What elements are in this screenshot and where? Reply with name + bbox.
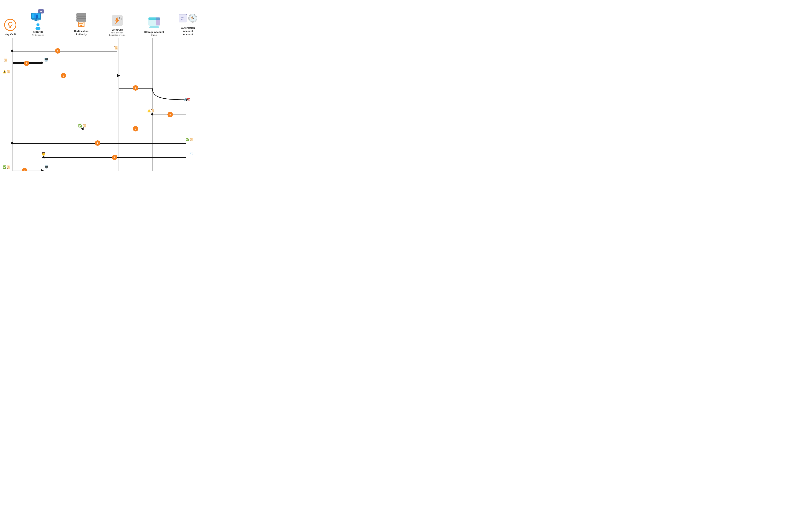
svg-rect-29 [156,17,160,26]
person-icon-8: 🧑 [41,152,46,156]
step-badge-5: 5 [168,112,173,117]
warning-cert-5: ⚠️📜 [147,109,155,113]
arrow-step-5: ⚠️📜 5 [0,111,203,119]
svg-point-15 [35,27,41,30]
arrowhead-6 [81,127,84,130]
actor-server: KV [30,9,46,36]
webhook-icon-4: 🔗⏰ [184,98,190,101]
arrowhead-5 [150,113,153,116]
server-label: SERVER [33,31,43,34]
diagram-container: Key Vault KV [0,0,203,171]
step-badge-8: 8 [112,155,117,160]
server-sublabel: KV Extension [32,34,44,36]
automation-label: Automation Account [177,26,199,33]
cert-auth-label: Certification [74,30,88,33]
svg-point-25 [119,17,120,18]
actor-cert-auth: Certification Authority [74,13,88,36]
svg-rect-18 [76,19,86,22]
cert-icon-2: 📜 [3,58,8,62]
curve-svg-4 [151,85,189,105]
svg-rect-33 [149,26,159,28]
arrowhead-3 [117,74,120,77]
storage-label: Storage Account [144,31,164,34]
server-person-icon [34,23,41,31]
arrow-step-1: 1 📜 [0,47,203,55]
svg-text:KV: KV [40,11,42,13]
svg-point-0 [4,19,16,31]
svg-text:Hook: Hook [181,19,185,20]
svg-rect-3 [9,28,11,28]
event-grid-label: Event Grid [112,28,123,31]
automation-icon: Web Hook [178,12,198,25]
step-badge-1: 1 [55,48,60,54]
actor-event-grid: Event Grid for Certificate Expiration Ev… [109,14,126,36]
svg-point-26 [120,18,122,19]
arrowhead-9 [41,169,44,171]
cert-icon-1: 📜 [114,46,118,50]
arrow-step-6: ✅📜 6 [0,125,203,133]
arrow-step-7: 7 ✅📜 [0,140,203,147]
arrowhead-7 [10,142,13,145]
event-grid-sublabel: for Certificate [111,31,124,34]
server-icon-9: 🖥️ [44,165,48,170]
server-icon: KV [30,9,46,23]
sequence-area: 1 📜 📜 🖥️ 2 ⚠️📜 [0,38,203,171]
step-badge-4: 4 [133,85,138,91]
cert-ok-7: ✅📜 [186,138,193,141]
svg-point-14 [37,23,40,26]
cert-auth-label2: Authority [76,33,87,36]
warning-cert-3: ⚠️📜 [3,70,10,73]
svg-rect-4 [10,27,12,27]
arrowhead-2 [41,61,44,65]
header-row: Key Vault KV [0,0,203,38]
svg-text:Web: Web [181,17,185,18]
key-vault-icon [4,19,16,32]
cert-icon-6: ✅📜 [78,124,87,128]
actor-storage: Storage Account Queue [144,16,164,36]
event-grid-icon [111,14,124,27]
arrow-step-8: 🧑 ✉️ 8 [0,154,203,161]
key-vault-label: Key Vault [5,33,16,36]
server-icon-2: 🖥️ [44,58,48,62]
storage-icon [147,16,161,29]
arrow-step-3: ⚠️📜 3 [0,72,203,80]
svg-rect-17 [76,16,86,19]
automation-label2: Account [183,33,193,36]
arrow-line-1 [13,51,117,52]
arrowhead-1 [10,49,13,53]
cert-auth-icon [75,13,88,28]
svg-rect-16 [76,14,86,16]
step-badge-9: 9 [22,168,27,171]
arrow-step-9: ✅📜 🖥️ 9 [0,167,203,171]
arrow-step-4: 4 🔗⏰ [0,85,203,107]
storage-queue-label: Queue [151,34,157,36]
svg-point-1 [8,22,12,26]
svg-rect-13 [34,20,39,21]
step-badge-2: 2 [24,61,29,66]
actor-automation: Web Hook Automation Account Account [177,12,199,36]
step-badge-6: 6 [133,126,138,131]
arrow-step-2: 📜 🖥️ 2 [0,60,203,68]
arrowhead-8 [42,156,44,159]
step-badge-3: 3 [61,73,66,78]
step-badge-7: 7 [95,140,100,146]
cert-ok-9: ✅📜 [3,165,10,169]
mail-icon-8: ✉️ [189,152,193,156]
actor-key-vault: Key Vault [4,19,16,36]
